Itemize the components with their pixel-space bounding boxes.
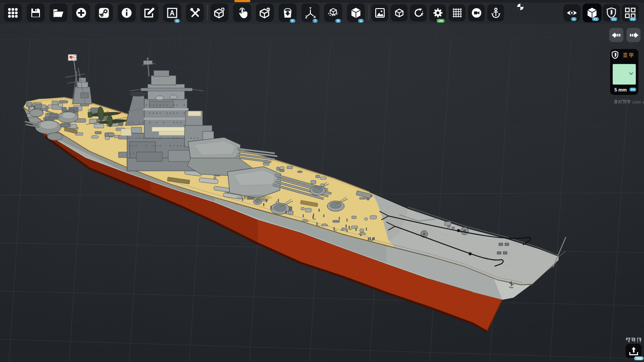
svg-text:A: A xyxy=(170,9,174,16)
svg-text:1060 s: 1060 s xyxy=(632,100,644,104)
